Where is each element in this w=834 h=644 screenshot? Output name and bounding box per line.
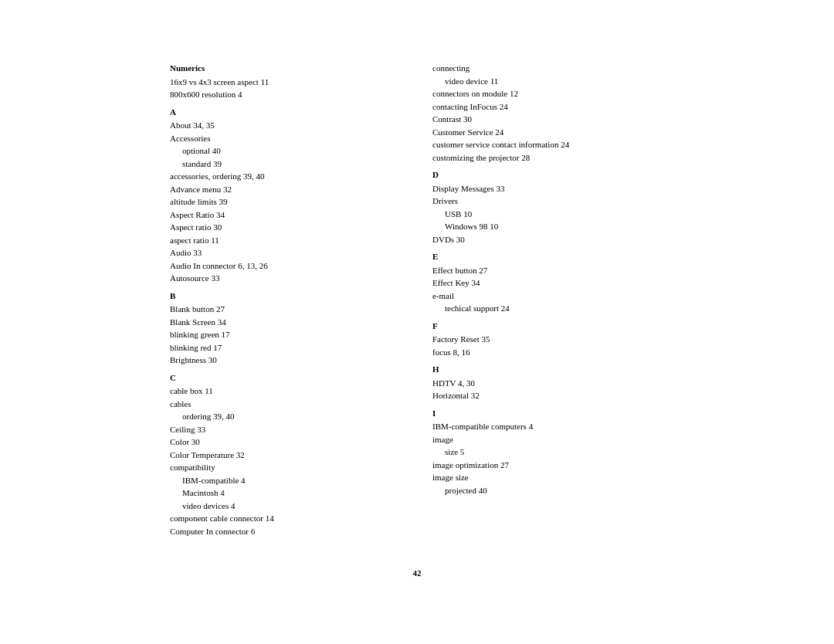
index-entry: Windows 98 10 — [432, 220, 664, 233]
index-entry: Contrast 30 — [432, 113, 664, 126]
index-entry: cable box 11 — [170, 385, 402, 398]
index-entry: connectors on module 12 — [432, 87, 664, 100]
right-column: connectingvideo device 11connectors on m… — [432, 62, 664, 537]
section-header: D — [432, 168, 664, 181]
index-entry: Accessories — [170, 132, 402, 145]
index-entry: Brightness 30 — [170, 354, 402, 367]
index-entry: Display Messages 33 — [432, 182, 664, 195]
index-entry: component cable connector 14 — [170, 512, 402, 525]
index-entry: techical support 24 — [432, 302, 664, 315]
index-entry: image size — [432, 471, 664, 484]
index-entry: Color Temperature 32 — [170, 449, 402, 462]
index-entry: HDTV 4, 30 — [432, 377, 664, 390]
index-entry: Audio In connector 6, 13, 26 — [170, 259, 402, 273]
index-entry: Effect Key 34 — [432, 276, 664, 290]
index-entry: video devices 4 — [170, 500, 402, 513]
section-header: B — [170, 290, 402, 303]
index-entry: Advance menu 32 — [170, 183, 402, 196]
index-entry: Audio 33 — [170, 246, 402, 259]
index-entry: image optimization 27 — [432, 459, 664, 472]
index-entry: IBM-compatible 4 — [170, 474, 402, 487]
index-entry: size 5 — [432, 446, 664, 459]
index-columns: Numerics16x9 vs 4x3 screen aspect 11800x… — [170, 62, 664, 537]
index-entry: Autosource 33 — [170, 272, 402, 285]
section-header: F — [432, 320, 664, 333]
section-header: I — [432, 407, 664, 420]
index-entry: Color 30 — [170, 436, 402, 449]
index-entry: optional 40 — [170, 144, 402, 158]
index-entry: connecting — [432, 62, 664, 75]
index-entry: Factory Reset 35 — [432, 333, 664, 346]
section-header: C — [170, 371, 402, 385]
index-entry: Blank button 27 — [170, 303, 402, 316]
index-entry: Macintosh 4 — [170, 486, 402, 500]
index-entry: altitude limits 39 — [170, 195, 402, 208]
index-entry: Ceiling 33 — [170, 423, 402, 436]
page-number: 42 — [170, 568, 664, 578]
index-entry: About 34, 35 — [170, 119, 402, 132]
index-entry: Customer Service 24 — [432, 126, 664, 139]
index-entry: contacting InFocus 24 — [432, 100, 664, 114]
index-entry: focus 8, 16 — [432, 346, 664, 359]
index-entry: image — [432, 433, 664, 446]
index-entry: cables — [170, 398, 402, 411]
page: Numerics16x9 vs 4x3 screen aspect 11800x… — [124, 0, 710, 624]
index-entry: blinking red 17 — [170, 341, 402, 354]
section-header: E — [432, 250, 664, 263]
index-entry: Aspect ratio 30 — [170, 221, 402, 234]
index-entry: e-mail — [432, 290, 664, 303]
index-entry: DVDs 30 — [432, 233, 664, 246]
index-entry: compatibility — [170, 461, 402, 474]
index-entry: 16x9 vs 4x3 screen aspect 11 — [170, 76, 402, 89]
index-entry: Horizontal 32 — [432, 389, 664, 402]
index-entry: projected 40 — [432, 484, 664, 497]
index-entry: USB 10 — [432, 208, 664, 221]
index-entry: aspect ratio 11 — [170, 234, 402, 247]
section-header: A — [170, 106, 402, 119]
index-entry: accessories, ordering 39, 40 — [170, 170, 402, 183]
index-entry: customer service contact information 24 — [432, 138, 664, 151]
index-entry: ordering 39, 40 — [170, 410, 402, 423]
index-entry: Computer In connector 6 — [170, 525, 402, 538]
section-header: H — [432, 363, 664, 376]
index-entry: 800x600 resolution 4 — [170, 88, 402, 101]
left-column: Numerics16x9 vs 4x3 screen aspect 11800x… — [170, 62, 402, 537]
index-entry: Drivers — [432, 195, 664, 208]
index-entry: video device 11 — [432, 75, 664, 88]
index-entry: Blank Screen 34 — [170, 316, 402, 329]
index-entry: standard 39 — [170, 158, 402, 171]
section-header: Numerics — [170, 62, 402, 75]
index-entry: Aspect Ratio 34 — [170, 208, 402, 222]
index-entry: blinking green 17 — [170, 328, 402, 341]
index-entry: Effect button 27 — [432, 264, 664, 277]
index-entry: IBM-compatible computers 4 — [432, 420, 664, 433]
index-entry: customizing the projector 28 — [432, 151, 664, 164]
